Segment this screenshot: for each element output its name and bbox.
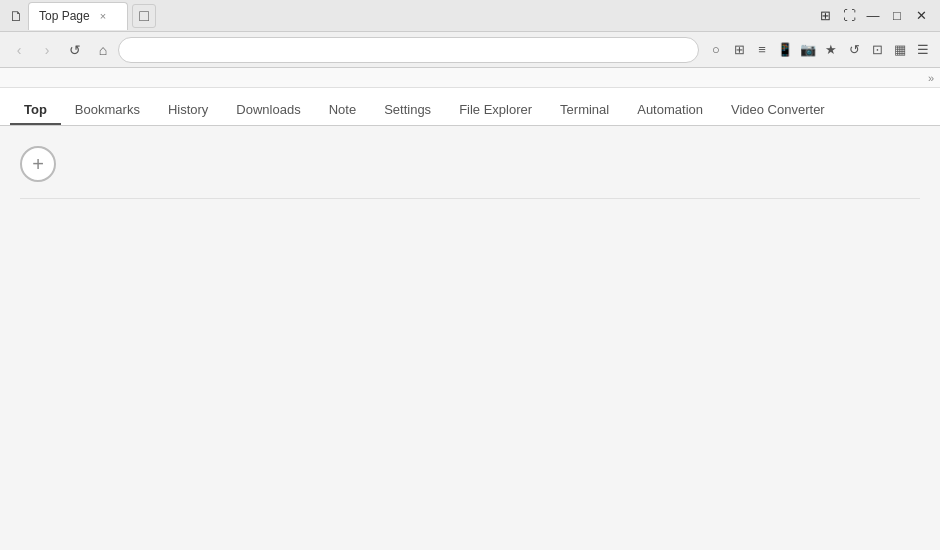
browser-tab[interactable]: Top Page ×	[28, 2, 128, 30]
tab-downloads[interactable]: Downloads	[222, 94, 314, 125]
tab-bookmarks[interactable]: Bookmarks	[61, 94, 154, 125]
forward-button[interactable]: ›	[34, 37, 60, 63]
page-icon: 🗋	[8, 8, 24, 24]
window-controls: ⊞ ⛶ — □ ✕	[814, 5, 932, 27]
add-button[interactable]: +	[20, 146, 56, 182]
address-bar[interactable]	[118, 37, 699, 63]
home-icon: ⌂	[99, 42, 107, 58]
apps-icon[interactable]: ⊞	[728, 39, 750, 61]
reload-button[interactable]: ↺	[62, 37, 88, 63]
tabs-bar: Top Bookmarks History Downloads Note Set…	[0, 88, 940, 126]
camera-icon[interactable]: 📷	[797, 39, 819, 61]
grid-icon[interactable]: ▦	[889, 39, 911, 61]
back-icon: ‹	[17, 42, 22, 58]
nav-icons: ○ ⊞ ≡ 📱 📷 ★ ↺ ⊡ ▦ ☰	[705, 39, 934, 61]
bookmark-icon[interactable]: ★	[820, 39, 842, 61]
tab-terminal[interactable]: Terminal	[546, 94, 623, 125]
title-bar-left: 🗋 Top Page × □	[8, 2, 156, 30]
new-tab-button[interactable]: □	[132, 4, 156, 28]
sidebar-toggle-bar: »	[0, 68, 940, 88]
back-button[interactable]: ‹	[6, 37, 32, 63]
forward-icon: ›	[45, 42, 50, 58]
fullscreen-button[interactable]: ⛶	[838, 5, 860, 27]
tab-automation[interactable]: Automation	[623, 94, 717, 125]
grid-view-button[interactable]: ⊞	[814, 5, 836, 27]
plus-icon: +	[32, 153, 44, 176]
page-body: +	[0, 126, 940, 219]
restore-button[interactable]: □	[886, 5, 908, 27]
history-icon[interactable]: ↺	[843, 39, 865, 61]
minimize-icon: —	[867, 8, 880, 23]
sidebar-expand-button[interactable]: »	[928, 72, 934, 84]
tab-file-explorer[interactable]: File Explorer	[445, 94, 546, 125]
tab-note[interactable]: Note	[315, 94, 370, 125]
close-button[interactable]: ✕	[910, 5, 932, 27]
page-divider	[20, 198, 920, 199]
grid-icon: ⊞	[820, 8, 831, 23]
title-bar: 🗋 Top Page × □ ⊞ ⛶ — □ ✕	[0, 0, 940, 32]
home-button[interactable]: ⌂	[90, 37, 116, 63]
menu-icon[interactable]: ☰	[912, 39, 934, 61]
minimize-button[interactable]: —	[862, 5, 884, 27]
tab-video-converter[interactable]: Video Converter	[717, 94, 839, 125]
tab-title: Top Page	[39, 9, 90, 23]
tab-settings[interactable]: Settings	[370, 94, 445, 125]
nav-bar: ‹ › ↺ ⌂ ○ ⊞ ≡ 📱 📷 ★ ↺ ⊡ ▦ ☰	[0, 32, 940, 68]
tab-top[interactable]: Top	[10, 94, 61, 125]
mobile-icon[interactable]: 📱	[774, 39, 796, 61]
fullscreen-icon: ⛶	[843, 8, 856, 23]
reload-icon: ↺	[69, 42, 81, 58]
security-icon[interactable]: ○	[705, 39, 727, 61]
new-tab-icon: □	[139, 7, 149, 25]
main-content: Top Bookmarks History Downloads Note Set…	[0, 88, 940, 550]
tab-history[interactable]: History	[154, 94, 222, 125]
list-icon[interactable]: ≡	[751, 39, 773, 61]
close-icon: ✕	[916, 8, 927, 23]
tab-close-button[interactable]: ×	[100, 10, 106, 22]
storage-icon[interactable]: ⊡	[866, 39, 888, 61]
restore-icon: □	[893, 8, 901, 23]
